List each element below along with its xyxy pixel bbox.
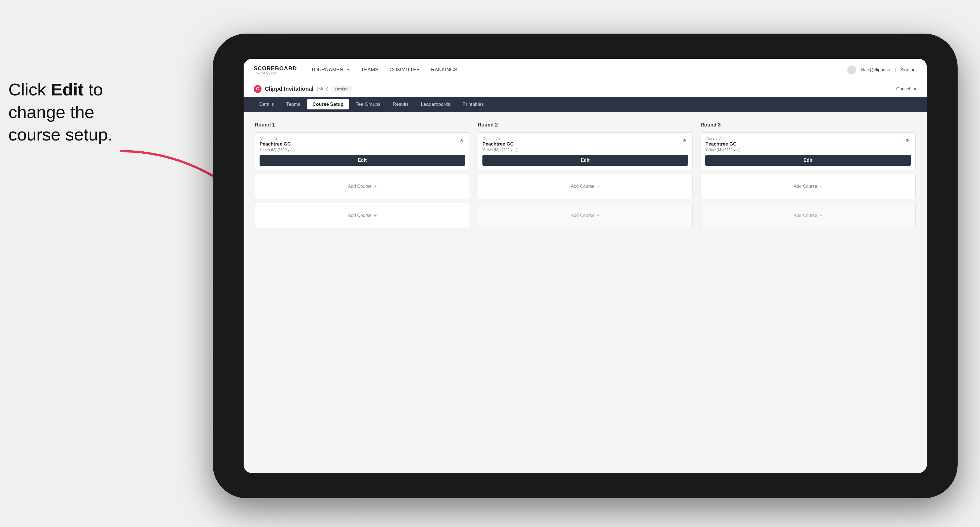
nav-teams[interactable]: TEAMS: [361, 66, 378, 74]
instruction-text: Click Edit tochange thecourse setup.: [8, 78, 171, 146]
add-plus-icon: +: [374, 184, 377, 189]
course-info-2: (Course A) Peachtree GC Yellow (M) (6629…: [482, 137, 680, 152]
tournament-name: Clippd Invitational: [265, 86, 313, 92]
round-2-add-course-1[interactable]: Add Course +: [478, 174, 693, 199]
logo-subtitle: Powered by clippd: [254, 71, 297, 75]
round-3-title: Round 3: [700, 122, 916, 128]
round-1-column: Round 1 (Course A) Peachtree GC Yellow (…: [255, 122, 470, 232]
course-info: (Course A) Peachtree GC Yellow (M) (6629…: [259, 137, 457, 152]
add-plus-icon-3: +: [597, 184, 600, 189]
user-email: blair@clippd.io: [861, 67, 890, 73]
nav-links: TOURNAMENTS TEAMS COMMITTEE RANKINGS: [311, 66, 847, 74]
course-label-3: (Course A): [705, 137, 903, 141]
round-2-column: Round 2 (Course A) Peachtree GC Yellow (…: [478, 122, 693, 232]
course-card-header-3: (Course A) Peachtree GC Yellow (M) (6629…: [701, 133, 915, 152]
course-name: Peachtree GC: [259, 141, 457, 147]
course-label: (Course A): [259, 137, 457, 141]
course-details: Yellow (M) (6629 yds): [259, 148, 457, 152]
round-1-edit-button[interactable]: Edit: [259, 155, 465, 166]
tablet-device: SCOREBOARD Powered by clippd TOURNAMENTS…: [213, 33, 958, 498]
course-label-2: (Course A): [482, 137, 680, 141]
tab-details[interactable]: Details: [254, 99, 280, 110]
scoreboard-logo: SCOREBOARD Powered by clippd: [254, 65, 297, 75]
course-name-3: Peachtree GC: [705, 141, 903, 147]
tab-leaderboards[interactable]: Leaderboards: [415, 99, 456, 110]
round-2-add-course-2: Add Course +: [478, 203, 693, 228]
nav-rankings[interactable]: RANKINGS: [431, 66, 457, 74]
round-3-add-course-1[interactable]: Add Course +: [700, 174, 916, 199]
round-1-course-card: (Course A) Peachtree GC Yellow (M) (6629…: [255, 132, 470, 170]
nav-tournaments[interactable]: TOURNAMENTS: [311, 66, 350, 74]
course-card-header-2: (Course A) Peachtree GC Yellow (M) (6629…: [478, 133, 692, 152]
course-delete-button[interactable]: ⊗: [457, 137, 465, 144]
main-content: Round 1 (Course A) Peachtree GC Yellow (…: [243, 112, 927, 473]
tournament-gender: (Men): [317, 86, 328, 92]
tab-results[interactable]: Results: [387, 99, 414, 110]
separator: |: [895, 67, 896, 73]
course-details-2: Yellow (M) (6629 yds): [482, 148, 680, 152]
add-plus-icon-2: +: [374, 213, 377, 219]
logo-title: SCOREBOARD: [254, 65, 297, 71]
tab-course-setup[interactable]: Course Setup: [307, 99, 349, 110]
tournament-header: C Clippd Invitational (Men) Hosting Canc…: [243, 81, 927, 97]
add-plus-icon-5: +: [819, 184, 822, 189]
hosting-badge: Hosting: [332, 86, 352, 92]
round-3-add-course-2: Add Course +: [700, 203, 916, 228]
rounds-container: Round 1 (Course A) Peachtree GC Yellow (…: [255, 122, 916, 232]
tab-teams[interactable]: Teams: [280, 99, 306, 110]
sign-out-link[interactable]: Sign out: [900, 67, 917, 73]
edit-bold: Edit: [51, 80, 84, 99]
course-info-3: (Course A) Peachtree GC Yellow (M) (6629…: [705, 137, 903, 152]
course-delete-button-2[interactable]: ⊗: [680, 137, 688, 144]
round-1-add-course-2[interactable]: Add Course +: [255, 203, 470, 228]
course-delete-button-3[interactable]: ⊗: [903, 137, 911, 144]
tab-tee-groups[interactable]: Tee Groups: [350, 99, 386, 110]
tab-bar: Details Teams Course Setup Tee Groups Re…: [243, 97, 927, 112]
add-plus-icon-4: +: [597, 213, 600, 219]
user-avatar: [847, 65, 856, 75]
round-2-title: Round 2: [478, 122, 693, 128]
round-3-column: Round 3 (Course A) Peachtree GC Yellow (…: [700, 122, 916, 232]
round-2-course-card: (Course A) Peachtree GC Yellow (M) (6629…: [478, 132, 693, 170]
round-1-add-course-1[interactable]: Add Course +: [255, 174, 470, 199]
cancel-x-icon: ✕: [913, 86, 917, 91]
add-plus-icon-6: +: [819, 213, 822, 219]
course-name-2: Peachtree GC: [482, 141, 680, 147]
round-3-course-card: (Course A) Peachtree GC Yellow (M) (6629…: [700, 132, 916, 170]
course-card-header: (Course A) Peachtree GC Yellow (M) (6629…: [255, 133, 469, 152]
cancel-area: Cancel ✕: [896, 86, 917, 92]
round-1-title: Round 1: [255, 122, 470, 128]
round-3-edit-button[interactable]: Edit: [705, 155, 911, 166]
top-nav: SCOREBOARD Powered by clippd TOURNAMENTS…: [243, 59, 927, 81]
cancel-button[interactable]: Cancel ✕: [896, 86, 917, 91]
clippd-icon: C: [254, 85, 261, 93]
nav-right: blair@clippd.io | Sign out: [847, 65, 917, 75]
tablet-screen: SCOREBOARD Powered by clippd TOURNAMENTS…: [243, 59, 927, 473]
course-details-3: Yellow (M) (6629 yds): [705, 148, 903, 152]
tournament-title-row: C Clippd Invitational (Men) Hosting: [254, 85, 352, 93]
tab-printables[interactable]: Printables: [457, 99, 490, 110]
nav-committee[interactable]: COMMITTEE: [390, 66, 420, 74]
round-2-edit-button[interactable]: Edit: [482, 155, 688, 166]
